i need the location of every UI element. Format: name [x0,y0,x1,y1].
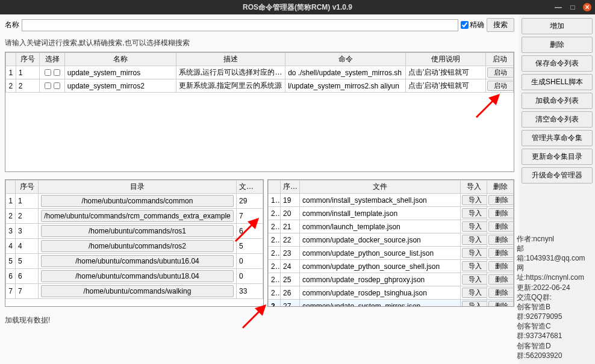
delete-button[interactable]: 删除 [488,261,514,271]
table-row[interactable]: 66/home/ubuntu/commands/ubuntu18.040 [6,269,263,284]
table-row[interactable]: 44/home/ubuntu/commands/ros25 [6,239,263,254]
delete-button[interactable]: 删除 [488,195,514,205]
import-button[interactable]: 导入 [462,195,487,205]
exact-checkbox-wrap[interactable]: 精确 [461,20,484,30]
table-row[interactable]: 55/home/ubuntu/commands/ubuntu16.040 [6,254,263,269]
dir-table-wrap[interactable]: 序号 目录 文件数 11/home/ubuntu/commands/common… [5,179,264,307]
th-file-name: 文件 [300,180,461,194]
import-button[interactable]: 导入 [462,235,487,245]
cell-path: /home/ubuntu/commands/ros2 [39,239,237,254]
row-checkbox[interactable] [45,69,51,76]
cell-count: 29 [237,194,263,209]
th-file-delete: 删除 [487,180,514,194]
table-row[interactable]: 2020common/install_template.json导入删除 [269,207,514,220]
row-checkbox[interactable] [45,82,51,89]
info-updated: 更新:2022-06-24 [517,283,591,292]
import-button[interactable]: 导入 [462,261,487,271]
command-table-wrap[interactable]: 序号 选择 名称 描述 命令 使用说明 启动 11update_system_m… [5,52,514,172]
side-button-6[interactable]: 管理共享命令集 [522,130,593,146]
maximize-icon[interactable]: □ [569,3,577,11]
table-row[interactable]: 22update_system_mirros2更新系统源,指定阿里云的系统源l/… [6,79,514,93]
table-row[interactable]: 2626common/update_rosdep_tsinghua.json导入… [269,286,514,300]
delete-button[interactable]: 删除 [488,288,514,298]
dir-path-button[interactable]: /home/ubuntu/commands/ubuntu18.04 [41,270,234,282]
info-mail: 邮箱:1043931@qq.com [517,244,591,263]
cell-select[interactable] [40,79,65,93]
side-button-5[interactable]: 清空命令列表 [522,111,593,128]
side-button-7[interactable]: 更新命令集目录 [522,149,593,165]
row-num: 4 [6,239,16,254]
table-row[interactable]: 2424common/update_python_source_shell.js… [269,260,514,273]
exact-checkbox[interactable] [461,21,469,29]
status-text: 加载现有数据! [5,315,514,325]
th-file-idx: 序号 [281,180,300,194]
dir-path-button[interactable]: /home/ubuntu/commands/ubuntu16.04 [41,255,234,267]
import-button[interactable]: 导入 [462,221,487,232]
search-button[interactable]: 搜索 [487,18,514,32]
table-row[interactable]: 2525common/update_rosdep_ghproxy.json导入删… [269,273,514,286]
delete-button[interactable]: 删除 [488,301,514,307]
import-button[interactable]: 导入 [462,288,487,298]
cell-cmd: l/update_system_mirros2.sh aliyun [285,79,406,93]
cell-desc: 系统源,运行后可以选择对应的系统源 [176,66,285,79]
cell-idx: 20 [281,207,300,220]
import-button[interactable]: 导入 [462,301,487,307]
cell-idx: 21 [281,220,300,233]
cell-select[interactable] [40,66,65,79]
delete-button[interactable]: 删除 [488,221,514,232]
import-button[interactable]: 导入 [462,248,487,258]
dir-path-button[interactable]: /home/ubuntu/commands/ros1 [41,225,234,237]
cell-name: update_system_mirros [64,66,176,79]
delete-button[interactable]: 删除 [488,235,514,245]
side-button-8[interactable]: 升级命令管理器 [522,167,593,184]
table-row[interactable]: 2222common/update_docker_source.json导入删除 [269,233,514,247]
row-checkbox[interactable] [54,82,60,89]
row-num: 21 [269,220,281,233]
table-row[interactable]: 22/home/ubuntu/commands/rcm_commands_ext… [6,209,263,224]
launch-button[interactable]: 启动 [487,81,513,91]
cell-idx: 1 [16,66,40,79]
cell-file: common/update_docker_source.json [300,233,461,247]
table-row[interactable]: 11/home/ubuntu/commands/common29 [6,194,263,209]
side-button-4[interactable]: 加载命令列表 [522,93,593,109]
side-button-3[interactable]: 生成SHELL脚本 [522,74,593,90]
minimize-icon[interactable]: — [554,3,562,11]
row-num: 25 [269,273,281,286]
close-icon[interactable]: × [583,3,591,11]
side-button-2[interactable]: 保存命令列表 [522,55,593,72]
window-controls: — □ × [554,3,591,11]
row-checkbox[interactable] [54,69,60,76]
cell-desc: 更新系统源,指定阿里云的系统源 [176,79,285,93]
table-row[interactable]: 77/home/ubuntu/commands/walking33 [6,284,263,299]
dir-path-button[interactable]: /home/ubuntu/commands/rcm_commands_extra… [41,210,234,222]
delete-button[interactable]: 删除 [488,248,514,258]
launch-button[interactable]: 启动 [487,67,513,78]
row-num: 19 [269,194,281,207]
cell-idx: 7 [16,284,39,299]
dir-path-button[interactable]: /home/ubuntu/commands/common [41,195,234,207]
file-table-wrap[interactable]: 序号 文件 导入 删除 1919common/install_systembac… [267,179,514,307]
dir-path-button[interactable]: /home/ubuntu/commands/walking [41,285,234,297]
cell-idx: 23 [281,247,300,260]
side-button-0[interactable]: 增加 [522,18,593,34]
delete-button[interactable]: 删除 [488,274,514,285]
cell-file: common/update_rosdep_tsinghua.json [300,286,461,300]
cell-path: /home/ubuntu/commands/common [39,194,237,209]
cell-file: common/update_rosdep_ghproxy.json [300,273,461,286]
cell-count: 0 [237,269,263,284]
cell-name: update_system_mirros2 [64,79,176,93]
table-row[interactable]: 2323common/update_python_source_list.jso… [269,247,514,260]
table-row[interactable]: 2727common/update_system_mirros.json导入删除 [269,300,514,307]
table-row[interactable]: 1919common/install_systemback_shell.json… [269,194,514,207]
search-input[interactable] [22,19,458,31]
cell-idx: 26 [281,286,300,300]
table-row[interactable]: 33/home/ubuntu/commands/ros16 [6,224,263,239]
import-button[interactable]: 导入 [462,274,487,285]
title-bar: ROS命令管理器(简称RCM) v1.0.9 — □ × [0,0,595,14]
delete-button[interactable]: 删除 [488,208,514,218]
side-button-1[interactable]: 删除 [522,37,593,53]
table-row[interactable]: 2121common/launch_template.json导入删除 [269,220,514,233]
dir-path-button[interactable]: /home/ubuntu/commands/ros2 [41,240,234,252]
table-row[interactable]: 11update_system_mirros系统源,运行后可以选择对应的系统源d… [6,66,514,79]
import-button[interactable]: 导入 [462,208,487,218]
